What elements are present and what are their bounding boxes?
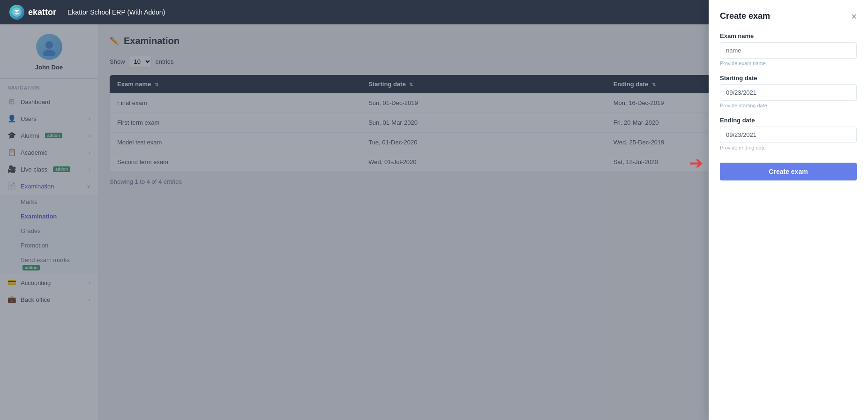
logo-icon <box>9 5 24 20</box>
logo-area: ekattor <box>9 5 56 20</box>
close-button[interactable]: × <box>851 12 857 21</box>
arrow-indicator: ➔ <box>689 155 703 172</box>
starting-date-input[interactable] <box>720 84 857 101</box>
app-title: Ekattor School ERP (With Addon) <box>67 8 165 16</box>
ending-date-hint: Provide ending date <box>720 145 857 150</box>
svg-point-0 <box>12 8 22 17</box>
create-exam-button[interactable]: Create exam <box>720 163 857 180</box>
logo-text: ekattor <box>28 8 56 17</box>
starting-date-group: Starting date Provide starting date <box>720 75 857 108</box>
ending-date-label: Ending date <box>720 117 857 124</box>
exam-name-group: Exam name Provide exam name <box>720 32 857 66</box>
exam-name-hint: Provide exam name <box>720 60 857 66</box>
starting-date-label: Starting date <box>720 75 857 82</box>
exam-name-label: Exam name <box>720 32 857 39</box>
exam-name-input[interactable] <box>720 42 857 59</box>
panel-header: Create exam × <box>720 11 857 21</box>
ending-date-group: Ending date Provide ending date <box>720 117 857 150</box>
ending-date-input[interactable] <box>720 127 857 143</box>
starting-date-hint: Provide starting date <box>720 103 857 108</box>
create-exam-panel: Create exam × Exam name Provide exam nam… <box>709 0 868 420</box>
panel-title: Create exam <box>720 11 770 21</box>
